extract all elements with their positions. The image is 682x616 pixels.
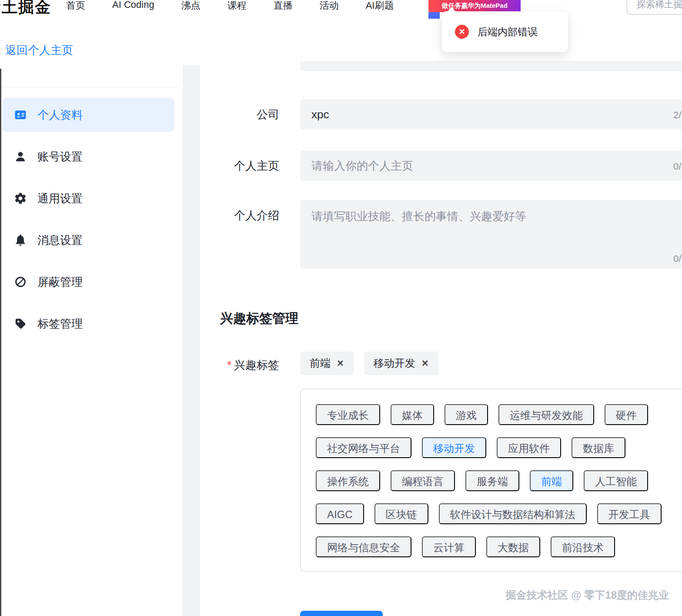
nav-item[interactable]: 首页 — [66, 0, 85, 12]
tag-option[interactable]: 大数据 — [486, 536, 540, 557]
interest-tags-section-title: 兴趣标签管理 — [220, 310, 298, 328]
intro-label: 个人介绍 — [200, 210, 279, 221]
homepage-char-count: 0/ — [673, 161, 681, 172]
homepage-input[interactable] — [300, 151, 682, 181]
tag-option[interactable]: 网络与信息安全 — [316, 536, 411, 557]
company-label: 公司 — [200, 99, 279, 130]
page-left-edge — [0, 69, 1, 616]
block-icon — [14, 275, 27, 288]
error-icon: ✕ — [455, 25, 469, 39]
layout-gap — [183, 65, 200, 616]
intro-row: 个人介绍 0/ — [200, 200, 682, 269]
tag-option[interactable]: 软件设计与数据结构和算法 — [439, 503, 587, 524]
tag-option[interactable]: 社交网络与平台 — [316, 437, 411, 458]
juejin-logo[interactable]: 稀土掘金 — [0, 0, 51, 18]
homepage-row: 个人主页 0/ — [200, 151, 682, 181]
nav-item[interactable]: 课程 — [227, 0, 247, 12]
save-button[interactable] — [300, 611, 383, 616]
company-char-count: 2/ — [673, 110, 681, 121]
sidebar-item-label: 个人资料 — [37, 107, 83, 123]
sidebar-item-label: 通用设置 — [37, 191, 83, 206]
sidebar-item-label: 消息设置 — [37, 233, 83, 248]
interest-tags-label: *兴趣标签 — [200, 358, 279, 373]
tag-option[interactable]: 操作系统 — [316, 470, 380, 491]
tag-option[interactable]: 应用软件 — [497, 437, 561, 458]
selected-tag-label: 前端 — [310, 356, 331, 370]
required-asterisk: * — [227, 358, 231, 372]
tag-option[interactable]: 硬件 — [605, 404, 648, 425]
nav-item[interactable]: 活动 — [320, 0, 339, 12]
sidebar-item-label: 账号设置 — [37, 149, 83, 164]
tag-option[interactable]: 云计算 — [422, 536, 476, 557]
tag-option[interactable]: 移动开发 — [422, 437, 486, 458]
search-input[interactable] — [627, 0, 682, 10]
nav-item[interactable]: 沸点 — [181, 0, 201, 12]
tag-option[interactable]: 专业成长 — [316, 404, 380, 425]
sidebar-item-label: 标签管理 — [37, 316, 83, 331]
settings-sidebar: 个人资料账号设置通用设置消息设置屏蔽管理标签管理 — [0, 87, 183, 616]
intro-textarea[interactable] — [300, 200, 682, 269]
promo-banner[interactable]: 做任务赢华为MatePad — [428, 0, 521, 12]
tag-option[interactable]: 运维与研发效能 — [498, 404, 594, 425]
gear-icon — [14, 192, 27, 205]
watermark: 掘金技术社区 @ 零下18度的佳兆业 — [506, 588, 669, 602]
tag-option[interactable]: 媒体 — [391, 404, 434, 425]
tag-option[interactable]: 游戏 — [445, 404, 488, 425]
settings-page: 稀土掘金 首页AI Coding沸点课程直播活动AI刷题 做任务赢华为MateP… — [0, 0, 682, 616]
tag-option[interactable]: 服务端 — [465, 470, 519, 491]
job-input-partial[interactable] — [300, 61, 682, 71]
tag-option[interactable]: 开发工具 — [597, 503, 662, 524]
tag-option[interactable]: 区块链 — [374, 503, 428, 524]
chevron-left-icon: ‹ — [0, 45, 1, 56]
nav-item[interactable]: AI Coding — [112, 0, 154, 12]
nav-item[interactable]: AI刷题 — [366, 0, 394, 12]
promo-ribbon — [428, 12, 440, 19]
sidebar-item[interactable]: 标签管理 — [3, 307, 174, 341]
tag-option[interactable]: AIGC — [316, 503, 364, 524]
nav-item[interactable]: 直播 — [274, 0, 293, 12]
profile-settings-panel: 公司 2/ 个人主页 0/ 个人介绍 0/ 兴趣标签管理 *兴趣标签 前端✕移动… — [200, 61, 682, 616]
selected-tag-chip: 前端✕ — [300, 352, 354, 375]
user-icon — [14, 150, 27, 163]
sidebar-item[interactable]: 账号设置 — [3, 140, 174, 174]
tag-icon — [14, 317, 27, 330]
tag-option[interactable]: 人工智能 — [584, 470, 648, 491]
sidebar-item[interactable]: 屏蔽管理 — [3, 265, 174, 299]
sidebar-item[interactable]: 通用设置 — [3, 181, 174, 215]
tag-option[interactable]: 前沿技术 — [551, 536, 615, 557]
selected-tags: 前端✕移动开发✕ — [300, 352, 438, 375]
sidebar-item[interactable]: 消息设置 — [3, 223, 174, 257]
homepage-label: 个人主页 — [200, 151, 279, 181]
selected-tag-chip: 移动开发✕ — [364, 352, 438, 375]
tag-option[interactable]: 前端 — [530, 470, 573, 491]
remove-tag-icon[interactable]: ✕ — [421, 358, 429, 368]
search-box — [626, 0, 682, 15]
bell-icon — [14, 234, 27, 247]
remove-tag-icon[interactable]: ✕ — [337, 358, 344, 368]
company-row: 公司 2/ — [200, 99, 682, 130]
back-link-label: 返回个人主页 — [5, 43, 73, 58]
selected-tag-label: 移动开发 — [374, 356, 415, 370]
tag-option[interactable]: 数据库 — [572, 437, 625, 458]
nav-menu: 首页AI Coding沸点课程直播活动AI刷题 — [66, 0, 394, 12]
intro-char-count: 0/ — [673, 253, 681, 264]
sidebar-item-label: 屏蔽管理 — [37, 275, 83, 290]
id-card-icon — [14, 108, 27, 121]
back-link[interactable]: ‹ 返回个人主页 — [0, 43, 73, 58]
tag-option[interactable]: 编程语言 — [391, 470, 455, 491]
company-input[interactable] — [300, 99, 682, 130]
interest-tags-row: *兴趣标签 前端✕移动开发✕ — [200, 352, 682, 375]
tag-options-panel: 专业成长媒体游戏运维与研发效能硬件社交网络与平台移动开发应用软件数据库操作系统编… — [300, 388, 682, 572]
error-toast: ✕ 后端内部错误 — [442, 11, 568, 52]
toast-message: 后端内部错误 — [478, 25, 538, 39]
sidebar-item[interactable]: 个人资料 — [3, 98, 174, 132]
